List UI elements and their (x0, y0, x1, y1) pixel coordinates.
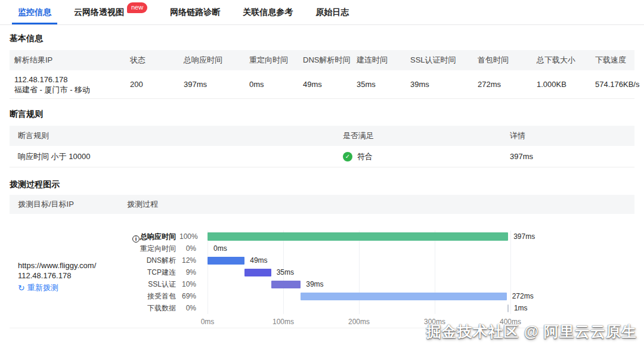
col-header: 拨测目标/目标IP (10, 195, 119, 214)
col-header: 是否满足 (335, 126, 501, 146)
monitor-detail-page: 监控信息 云网络透视图new 网络链路诊断 关联信息参考 原始日志 基本信息 解… (0, 0, 644, 345)
assertion-title: 断言规则 (10, 109, 634, 120)
tab-network-link-diagnosis[interactable]: 网络链路诊断 (170, 0, 220, 24)
ssl-time: 39ms (405, 70, 473, 98)
chart-row-label: 接受首包 (121, 291, 176, 302)
chart-row-label: DNS解析 (121, 256, 176, 266)
connect-time: 35ms (352, 70, 405, 98)
chart-row: i总响应时间100%397ms (121, 231, 510, 243)
col-header: 解析结果IP (10, 50, 125, 70)
col-header: 状态 (125, 50, 179, 70)
download-size: 1.000KB (532, 70, 590, 98)
chart-row-label: 下载数据 (121, 303, 176, 313)
chart-bar-value: 49ms (250, 256, 267, 265)
assertion-data-row: 响应时间 小于 10000 ✓ 符合 397ms (10, 146, 634, 167)
tab-bar: 监控信息 云网络透视图new 网络链路诊断 关联信息参考 原始日志 (0, 0, 644, 25)
tab-label: 网络链路诊断 (170, 7, 220, 18)
chart-bar (507, 304, 509, 312)
x-axis-tick: 0ms (201, 318, 215, 326)
chart-row-label: 重定向时间 (121, 244, 176, 254)
chart-row-plot: 272ms (208, 290, 510, 302)
probe-location: 福建省 - 厦门市 - 移动 (14, 85, 125, 95)
chart-row-percent: 0% (179, 244, 196, 253)
chart-row: 下载数据0%1ms (121, 302, 510, 314)
assertion-result-label: 符合 (357, 151, 373, 162)
chart-row-label: i总响应时间 (121, 232, 176, 242)
target-url: https://www.fliggy.com/ (18, 260, 96, 271)
download-speed: 574.176KB/s (590, 70, 639, 98)
x-axis-tick: 200ms (348, 318, 370, 326)
retry-probe-link[interactable]: ↻ 重新拨测 (18, 282, 96, 293)
col-header: 总响应时间 (179, 50, 244, 70)
chart-bar (244, 269, 271, 276)
chart-bar-value: 272ms (512, 292, 534, 300)
col-header: 总下载大小 (532, 50, 590, 70)
chart-bar-value: 397ms (513, 232, 535, 241)
col-header: DNS解析时间 (298, 50, 352, 70)
chart-row: SSL认证10%39ms (121, 278, 510, 290)
chart-row-plot: 0ms (208, 243, 510, 254)
col-header: 断言规则 (10, 126, 335, 146)
chart-bar (301, 293, 506, 300)
waterfall-chart: i总响应时间100%397ms重定向时间0%0msDNS解析12%49msTCP… (121, 231, 510, 327)
dns-time: 49ms (298, 70, 352, 98)
chart-row: DNS解析12%49ms (121, 254, 510, 266)
chart-bar-value: 35ms (277, 268, 294, 276)
refresh-icon: ↻ (18, 284, 25, 292)
chart-bar (271, 281, 301, 288)
chart-bar (208, 257, 244, 265)
chart-row-plot: 1ms (208, 302, 510, 314)
tab-raw-log[interactable]: 原始日志 (315, 0, 349, 24)
chart-bar-value: 39ms (306, 280, 323, 288)
retry-probe-label: 重新拨测 (27, 282, 58, 293)
tab-label: 云网络透视图 (74, 7, 124, 18)
tab-label: 关联信息参考 (243, 7, 293, 18)
resolved-ip: 112.48.176.178 (14, 74, 125, 85)
assertion-result: ✓ 符合 (335, 146, 501, 167)
status-code: 200 (125, 70, 179, 98)
chart-row-plot: 35ms (208, 266, 510, 278)
col-header: SSL认证时间 (405, 50, 473, 70)
chart-bar-value: 0ms (213, 244, 227, 253)
watermark: 掘金技术社区 @ 阿里云云原生 (426, 322, 637, 341)
chart-row-plot: 397ms (208, 231, 510, 243)
tab-cloud-network-view[interactable]: 云网络透视图new (74, 0, 147, 24)
basic-info-data-row: 112.48.176.178 福建省 - 厦门市 - 移动 200 397ms … (10, 70, 634, 99)
assertion-rule: 响应时间 小于 10000 (10, 146, 335, 167)
chart-row-plot: 49ms (208, 254, 510, 266)
process-body-row: https://www.fliggy.com/ 112.48.176.178 ↻… (10, 214, 634, 328)
info-icon: i (132, 235, 140, 243)
col-header: 详情 (501, 126, 634, 146)
chart-row-plot: 39ms (208, 278, 510, 290)
chart-row-percent: 9% (179, 268, 196, 276)
tab-monitor-info[interactable]: 监控信息 (18, 0, 51, 24)
chart-row: 重定向时间0%0ms (121, 243, 510, 254)
chart-rows: i总响应时间100%397ms重定向时间0%0msDNS解析12%49msTCP… (121, 231, 510, 314)
x-axis-tick: 100ms (273, 318, 294, 326)
chart-row-percent: 0% (179, 304, 196, 312)
tab-related-info[interactable]: 关联信息参考 (243, 0, 293, 24)
total-response-time: 397ms (179, 70, 244, 98)
probe-target-cell: https://www.fliggy.com/ 112.48.176.178 ↻… (18, 260, 96, 293)
chart-row-percent: 69% (179, 292, 196, 300)
tab-label: 监控信息 (18, 7, 51, 18)
chart-row-percent: 10% (179, 280, 196, 288)
process-title: 拨测过程图示 (10, 179, 634, 190)
chart-bar-value: 1ms (514, 304, 528, 312)
chart-row-percent: 100% (179, 232, 196, 241)
chart-row-percent: 12% (179, 256, 196, 265)
col-header: 下载速度 (590, 50, 634, 70)
content: 基本信息 解析结果IP 状态 总响应时间 重定向时间 DNS解析时间 建连时间 … (0, 33, 644, 328)
target-ip: 112.48.176.178 (18, 271, 96, 281)
check-icon: ✓ (343, 152, 352, 161)
gridline (510, 231, 511, 314)
chart-row: TCP建连9%35ms (121, 266, 510, 278)
process-header-row: 拨测目标/目标IP 拨测过程 (10, 195, 634, 214)
assertion-header-row: 断言规则 是否满足 详情 (10, 126, 634, 146)
col-header: 建连时间 (352, 50, 405, 70)
chart-bar (208, 232, 508, 241)
resolved-ip-cell: 112.48.176.178 福建省 - 厦门市 - 移动 (10, 70, 125, 98)
basic-info-title: 基本信息 (10, 33, 634, 44)
chart-row: 接受首包69%272ms (121, 290, 510, 302)
col-header: 拨测过程 (119, 195, 634, 214)
